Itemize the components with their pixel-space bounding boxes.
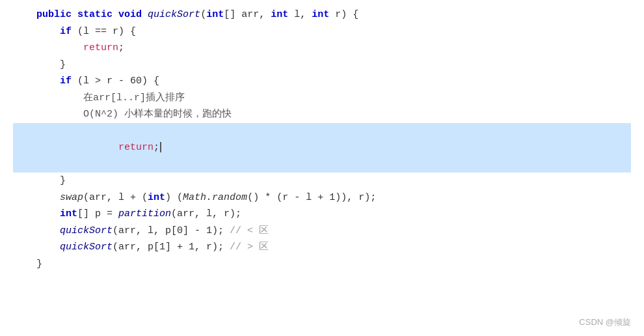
bracket: [] <box>224 7 235 23</box>
line-1: public static void quickSort(int[] arr, … <box>13 7 631 23</box>
quicksort-call-2: quickSort <box>60 239 113 256</box>
line-7: O(N^2) 小样本量的时候，跑的快 <box>13 106 631 123</box>
qs-args-2: (arr, p[1] + 1, r); <box>113 239 230 256</box>
brace: } <box>60 173 66 189</box>
indent <box>13 106 83 123</box>
partition-args: (arr, l, r); <box>171 206 241 223</box>
indent <box>13 73 60 90</box>
kw-int-3: int <box>312 7 329 23</box>
partition-method: partition <box>118 206 171 223</box>
line-12: quickSort(arr, l, p[0] - 1); // < 区 <box>13 223 631 240</box>
text-cursor <box>160 142 161 152</box>
kw-public: public <box>36 7 72 23</box>
indent <box>13 7 36 23</box>
line-14: } <box>13 256 631 273</box>
swap-args-2: ) ( <box>165 189 183 206</box>
semicolon: ; <box>154 142 159 153</box>
space: arr, <box>235 7 271 23</box>
brace: } <box>60 57 66 74</box>
indent <box>13 239 60 256</box>
code-container: public static void quickSort(int[] arr, … <box>0 0 644 336</box>
indent <box>13 23 60 40</box>
kw-if: if <box>60 23 72 40</box>
condition-2: (l > r - 60) { <box>72 73 159 90</box>
swap-method: swap <box>60 189 83 206</box>
comment-1: // < 区 <box>230 223 269 240</box>
line-2: if (l == r) { <box>13 23 631 40</box>
line-8-highlighted: return; <box>13 123 631 173</box>
param-l: l, <box>288 7 312 23</box>
math-random: Math.random <box>183 189 247 206</box>
p-decl: p = <box>89 206 118 223</box>
kw-return: return <box>83 40 118 57</box>
kw-int-arr: int <box>60 206 77 223</box>
swap-args: (arr, l + ( <box>83 189 148 206</box>
indent <box>13 223 60 240</box>
line-6: 在arr[l..r]插入排序 <box>13 90 631 107</box>
line-11: int[] p = partition(arr, l, r); <box>13 206 631 223</box>
quicksort-call-1: quickSort <box>60 223 113 240</box>
indent <box>13 206 60 223</box>
paren: ( <box>200 7 206 23</box>
annotation-1: 在arr[l..r]插入排序 <box>83 90 185 107</box>
kw-int-cast: int <box>148 189 165 206</box>
space <box>142 7 148 23</box>
closing-brace: } <box>36 256 42 273</box>
condition: (l == r) { <box>72 23 136 40</box>
space <box>72 7 77 23</box>
watermark: CSDN @倾旋 <box>579 316 631 328</box>
line-3: return; <box>13 40 631 57</box>
kw-if-2: if <box>60 73 72 90</box>
space <box>113 7 118 23</box>
line-4: } <box>13 57 631 74</box>
swap-args-3: () * (r - l + 1)), r); <box>247 189 376 206</box>
kw-static: static <box>77 7 113 23</box>
indent <box>13 189 60 206</box>
annotation-2: O(N^2) 小样本量的时候，跑的快 <box>83 106 232 123</box>
method-quicksort: quickSort <box>148 7 200 23</box>
kw-int-2: int <box>271 7 288 23</box>
line-10: swap(arr, l + (int) (Math.random() * (r … <box>13 189 631 206</box>
arr-bracket: [] <box>77 206 89 223</box>
indent <box>13 57 60 74</box>
line-5: if (l > r - 60) { <box>13 73 631 90</box>
semicolon: ; <box>118 40 124 57</box>
line-13: quickSort(arr, p[1] + 1, r); // > 区 <box>13 239 631 256</box>
comment-2: // > 区 <box>230 239 269 256</box>
indent <box>13 173 60 189</box>
line-9: } <box>13 173 631 189</box>
indent <box>13 256 36 273</box>
indent <box>48 142 118 153</box>
param-r: r) { <box>329 7 358 23</box>
kw-int: int <box>206 7 224 23</box>
indent <box>13 40 83 57</box>
kw-return-2: return <box>118 142 154 153</box>
code-block: public static void quickSort(int[] arr, … <box>13 7 631 272</box>
kw-void: void <box>118 7 142 23</box>
indent <box>13 90 83 107</box>
qs-args-1: (arr, l, p[0] - 1); <box>113 223 230 240</box>
